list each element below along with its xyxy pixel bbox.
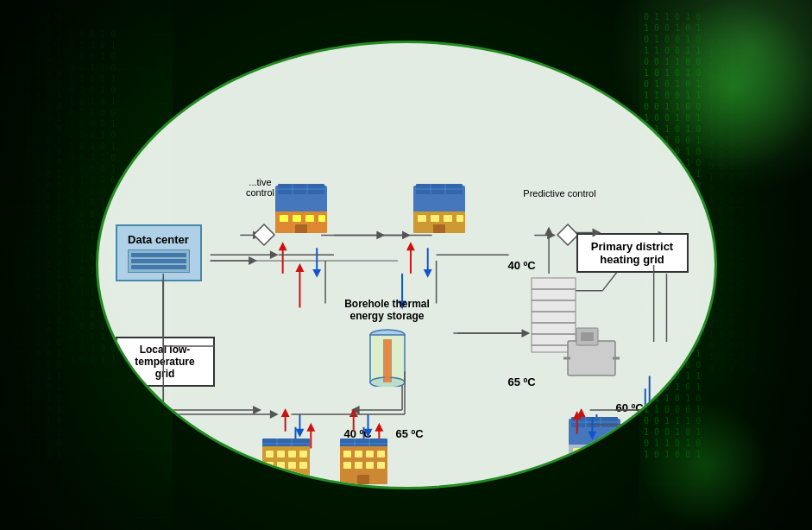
- svg-rect-162: [589, 457, 601, 466]
- svg-rect-133: [299, 451, 307, 457]
- building-top-left: [271, 181, 331, 241]
- substation-icon: [563, 324, 620, 383]
- svg-marker-54: [521, 329, 530, 338]
- svg-marker-35: [253, 406, 261, 414]
- building-bottom-right: [564, 414, 625, 474]
- svg-rect-95: [295, 224, 307, 233]
- svg-rect-161: [599, 448, 607, 455]
- svg-rect-160: [586, 448, 595, 455]
- svg-rect-152: [357, 475, 369, 484]
- predictive-control-label: Predictive control: [523, 188, 595, 199]
- svg-marker-57: [350, 406, 359, 414]
- svg-rect-144: [343, 451, 351, 457]
- building-bottom-middle: [336, 436, 392, 489]
- svg-rect-138: [280, 475, 292, 484]
- svg-marker-46: [278, 242, 286, 250]
- temp-60: 60 ºC: [616, 401, 644, 414]
- svg-marker-50: [312, 269, 321, 278]
- svg-marker-65: [375, 423, 383, 432]
- svg-rect-159: [573, 448, 582, 455]
- diagram-oval: Data center Local low- temperature grid …: [96, 41, 717, 489]
- building-bottom-left: [258, 436, 314, 489]
- svg-rect-103: [431, 215, 439, 222]
- svg-rect-145: [355, 451, 362, 457]
- svg-rect-134: [266, 462, 274, 469]
- svg-rect-135: [277, 462, 285, 469]
- temp-65-bottom: 65 ºC: [396, 427, 424, 440]
- svg-rect-137: [299, 462, 307, 469]
- svg-marker-83: [547, 230, 556, 239]
- svg-rect-106: [433, 224, 445, 233]
- control-label-right: Predictive control: [521, 188, 599, 199]
- local-grid-box: Local low- temperature grid: [116, 337, 215, 387]
- svg-rect-146: [366, 451, 374, 457]
- svg-rect-122: [581, 332, 594, 341]
- svg-rect-130: [266, 451, 274, 457]
- svg-marker-73: [645, 407, 653, 416]
- svg-rect-102: [418, 215, 426, 222]
- svg-rect-111: [385, 339, 390, 382]
- svg-rect-92: [293, 215, 301, 222]
- svg-marker-119: [557, 224, 578, 245]
- building-top-middle: [409, 181, 469, 241]
- svg-marker-48: [406, 242, 415, 250]
- svg-rect-131: [277, 451, 285, 457]
- svg-rect-148: [343, 462, 351, 469]
- local-grid-label: Local low- temperature grid: [135, 344, 194, 380]
- svg-rect-105: [456, 215, 463, 222]
- data-center-box: Data center: [116, 224, 202, 281]
- borehole-label-box: Borehole thermal energy storage: [331, 298, 444, 389]
- primary-grid-label: Primary districtheating grid: [591, 240, 673, 266]
- svg-rect-104: [444, 215, 452, 222]
- temp-65-mid: 65 ºC: [508, 375, 536, 388]
- svg-rect-94: [318, 215, 325, 222]
- svg-rect-93: [305, 215, 314, 222]
- svg-rect-151: [377, 462, 385, 469]
- borehole-label: Borehole thermal energy storage: [331, 298, 444, 322]
- diagram-content: Data center Local low- temperature grid …: [98, 43, 714, 487]
- svg-rect-136: [288, 462, 296, 469]
- svg-marker-63: [306, 423, 315, 432]
- svg-marker-38: [376, 230, 385, 239]
- svg-rect-91: [280, 215, 288, 222]
- data-center-label: Data center: [128, 233, 190, 246]
- svg-rect-132: [288, 451, 296, 457]
- svg-rect-147: [377, 451, 385, 457]
- svg-marker-44: [295, 263, 304, 272]
- temp-40-top: 40 ºC: [508, 259, 536, 272]
- svg-rect-120: [568, 341, 615, 375]
- primary-grid-box: Primary districtheating grid: [576, 233, 689, 273]
- svg-marker-52: [423, 269, 431, 278]
- svg-rect-150: [366, 462, 374, 469]
- main-container: 0 1 1 0 1 0 1 0 0 1 0 1 0 1 1 0 1 0 1 1 …: [0, 0, 812, 530]
- svg-rect-149: [355, 462, 362, 469]
